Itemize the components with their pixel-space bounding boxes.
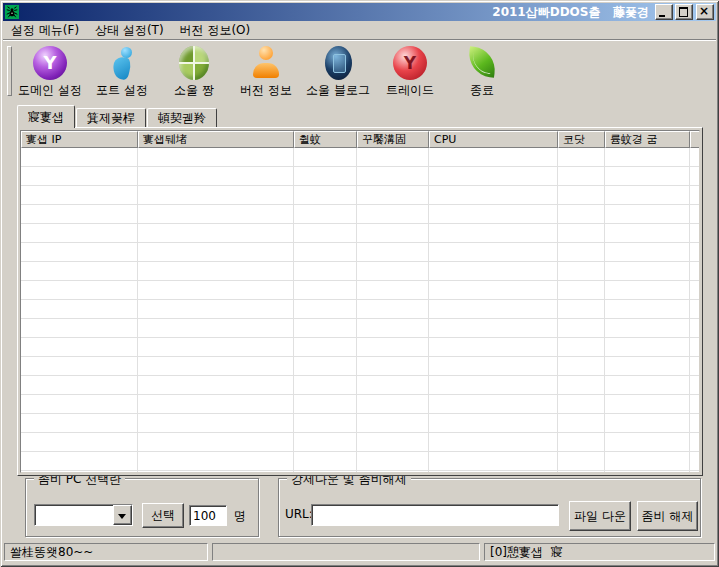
grid-line (604, 148, 605, 472)
toolbar-button-3[interactable]: 소울 짱 (158, 42, 230, 99)
toolbar-button-4[interactable]: 버전 정보 (230, 42, 302, 99)
maximize-icon (679, 7, 688, 17)
toolbar-button-label: 트레이드 (374, 82, 446, 99)
column-header-7[interactable]: 륨蚊경 굼 (605, 131, 690, 148)
toolbar-button-label: 소울 블로그 (302, 82, 374, 99)
url-input[interactable] (311, 504, 559, 526)
grid-line (428, 148, 429, 472)
file-down-button[interactable]: 파일 다운 (569, 501, 631, 531)
window-title: 2011삽빠DDOS출 藤픛경 (492, 4, 653, 21)
grid-line (293, 148, 294, 472)
count-input[interactable] (189, 505, 227, 526)
zombie-listview[interactable]: 寠샙 IP寠샙뒈堵췰蚊꾸饜溝固CPU코닷륨蚊경 굼 (20, 130, 700, 473)
tab-strip: 寢寠샙箕제꽂桿頓契궫羚 (17, 106, 218, 128)
grid-line (137, 148, 138, 472)
zombie-release-button[interactable]: 좀비 해제 (637, 501, 698, 531)
force-download-group: 강제다운 및 좀비해제 URL: 파일 다운 좀비 해제 (278, 478, 701, 537)
maximize-button[interactable] (675, 4, 693, 20)
count-unit-label: 명 (234, 508, 246, 525)
zombie-combo[interactable] (34, 504, 133, 526)
minimize-button[interactable] (655, 4, 673, 20)
toolbar: 도메인 설정포트 설정소울 짱버전 정보소울 블로그트레이드종료 (3, 39, 716, 102)
url-label: URL: (285, 507, 313, 521)
status-right: [0]憩寠샙 寢 (484, 543, 715, 561)
column-header-5[interactable]: CPU (429, 131, 558, 148)
toolbar-button-2[interactable]: 포트 설정 (86, 42, 158, 99)
status-middle (212, 543, 480, 561)
column-header-3[interactable]: 췰蚊 (294, 131, 357, 148)
toolbar-button-label: 도메인 설정 (14, 82, 86, 99)
zombie-pc-select-group: 좀비 PC 선택란 선택 명 (25, 478, 259, 537)
grid-line (356, 148, 357, 472)
toolbar-button-7[interactable]: 종료 (446, 42, 518, 99)
app-window: 2011삽빠DDOS출 藤픛경 × 설정 메뉴(F)상태 설정(T)버전 정보(… (0, 0, 719, 567)
close-icon: × (697, 3, 711, 19)
toolbar-button-label: 소울 짱 (158, 82, 230, 99)
toolbar-button-label: 종료 (446, 82, 518, 99)
navy-badge-icon (325, 46, 352, 80)
purple-orb-y-icon (33, 46, 67, 80)
red-orb-icon (393, 46, 427, 80)
listview-body[interactable] (21, 148, 699, 472)
tab-3[interactable]: 頓契궫羚 (147, 108, 217, 128)
green-spider-icon (5, 5, 19, 19)
tab-page: 寠샙 IP寠샙뒈堵췰蚊꾸饜溝固CPU코닷륨蚊경 굼 (17, 127, 703, 476)
toolbar-button-6[interactable]: 트레이드 (374, 42, 446, 99)
column-header-1[interactable]: 寠샙 IP (21, 131, 138, 148)
toolbar-button-label: 포트 설정 (86, 82, 158, 99)
menu-item-1[interactable]: 설정 메뉴(F) (3, 21, 87, 40)
zombie-combo-value (35, 505, 113, 525)
tab-2[interactable]: 箕제꽂桿 (76, 108, 146, 128)
listview-header: 寠샙 IP寠샙뒈堵췰蚊꾸饜溝固CPU코닷륨蚊경 굼 (21, 131, 699, 148)
tab-1[interactable]: 寢寠샙 (17, 105, 75, 128)
column-header-2[interactable]: 寠샙뒈堵 (138, 131, 294, 148)
grid-line (557, 148, 558, 472)
select-button[interactable]: 선택 (142, 503, 184, 528)
toolbar-items: 도메인 설정포트 설정소울 짱버전 정보소울 블로그트레이드종료 (14, 42, 518, 99)
column-header-filler (690, 131, 700, 148)
toolbar-button-label: 버전 정보 (230, 82, 302, 99)
toolbar-button-5[interactable]: 소울 블로그 (302, 42, 374, 99)
blue-person-icon (105, 46, 139, 80)
green-leaf-icon (465, 46, 499, 80)
close-button[interactable]: × (696, 4, 714, 20)
column-header-4[interactable]: 꾸饜溝固 (357, 131, 429, 148)
grid-line (689, 148, 690, 472)
menu-item-2[interactable]: 상태 설정(T) (87, 21, 172, 40)
toolbar-button-1[interactable]: 도메인 설정 (14, 42, 86, 99)
column-header-6[interactable]: 코닷 (558, 131, 605, 148)
status-left: 쏼桂똥왯80~~ (4, 543, 208, 561)
title-bar[interactable]: 2011삽빠DDOS출 藤픛경 × (3, 3, 716, 21)
toolbar-gripper[interactable] (7, 46, 12, 96)
orange-person-icon (249, 46, 283, 80)
menu-item-3[interactable]: 버전 정보(O) (172, 21, 259, 40)
menu-bar: 설정 메뉴(F)상태 설정(T)버전 정보(O) (3, 21, 716, 39)
chevron-down-icon[interactable] (113, 505, 132, 525)
green-quadrant-orb-icon (179, 46, 209, 80)
minimize-icon (659, 15, 665, 17)
status-bar: 쏼桂똥왯80~~ [0]憩寠샙 寢 (3, 541, 716, 563)
